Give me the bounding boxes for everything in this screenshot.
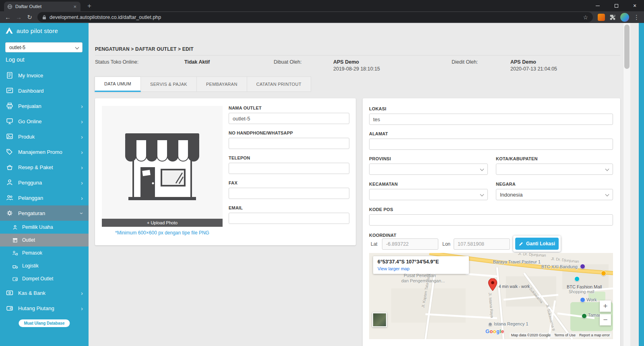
poi-shopping-icon[interactable] [601,271,606,276]
window-minimize-button[interactable] [588,0,607,11]
report-map-error-link[interactable]: Report a map error [579,333,610,337]
tab-catatan-printout[interactable]: CATATAN PRINTOUT [247,77,311,92]
monitor-icon [6,117,14,125]
nama-outlet-input[interactable] [229,113,349,124]
browser-tab[interactable]: Daftar Outlet × [4,2,80,11]
poi-label-baraya: Baraya Travel Pasteur 1 [493,259,541,264]
window-close-button[interactable]: × [625,0,644,11]
chevron-right-icon: › [81,118,83,124]
kota-select[interactable] [496,164,613,175]
puzzle-extensions-icon[interactable] [609,14,616,21]
kode-pos-input[interactable] [369,214,613,226]
poi-hotel-icon[interactable] [574,276,580,282]
lock-icon [42,15,46,20]
zoom-out-button[interactable]: − [600,314,611,325]
ganti-lokasi-button[interactable]: Ganti Lokasi [515,238,559,250]
kecamatan-select[interactable] [369,189,488,200]
outlet-select[interactable]: outlet-5 [5,42,83,52]
poi-cinema-icon[interactable] [580,264,585,269]
poi-label-puslitbang-2: dan Pengembangan... [401,278,445,283]
poi-pin-icon[interactable] [488,322,492,326]
extension-icon[interactable] [598,14,605,21]
walking-note: 4 min walk - work [499,284,530,289]
terms-of-use-link[interactable]: Terms of Use [554,333,576,337]
tab-data-umum[interactable]: DATA UMUM [95,77,141,92]
sidebar-item-pengaturan[interactable]: Pengaturan › [0,205,89,221]
sidebar-item-manajemen-promo[interactable]: Manajemen Promo › [0,144,89,160]
sidebar-item-label: Pelanggan [18,195,43,201]
logout-link[interactable]: Log out [6,56,25,63]
sidebar-item-label: Pengguna [18,180,42,186]
alamat-input[interactable] [369,139,613,150]
sidebar-item-kas-bank[interactable]: Kas & Bank › [0,285,89,300]
sidebar-item-label: Kas & Bank [18,290,45,296]
outlet-photo [102,106,223,227]
telepon-input[interactable] [229,163,349,174]
email-label: EMAIL [229,205,349,210]
map-data-credit: Map data ©2020 Google [511,333,551,337]
zoom-in-button[interactable]: + [600,300,611,312]
reload-button[interactable]: ↻ [24,14,35,21]
new-tab-button[interactable]: + [85,2,94,10]
lat-input[interactable] [382,238,438,250]
page-scrollbar[interactable] [623,23,630,346]
fax-input[interactable] [229,188,349,199]
url-text: development.autopilotstore.co.id/daftar_… [50,15,161,20]
sidebar-item-penjualan[interactable]: Penjualan › [0,98,89,114]
sidebar: auto pilot store outlet-5 Log out My Inv… [0,23,89,346]
profile-avatar[interactable] [620,13,629,22]
map-marker[interactable] [488,278,497,291]
url-bar[interactable]: development.autopilotstore.co.id/daftar_… [37,12,593,22]
poi-park-icon[interactable] [582,313,587,319]
tab-close-icon[interactable]: × [72,4,77,10]
lokasi-input[interactable] [369,114,613,125]
email-input[interactable] [229,213,349,224]
forward-button[interactable]: → [13,14,24,21]
provinsi-label: PROVINSI [369,156,488,161]
handphone-input[interactable] [229,138,349,149]
reload-database-button[interactable]: Muat Ulang Database [19,319,70,327]
telepon-label: TELEPON [229,155,349,160]
bookmark-star-icon[interactable]: ☆ [583,14,588,21]
poi-work-icon[interactable] [580,297,585,302]
window-maximize-button[interactable] [607,0,625,11]
created-by-time: 2019-08-29 18:10:15 [333,66,380,72]
chevron-right-icon: › [81,195,83,201]
kecamatan-label: KECAMATAN [369,182,488,186]
chevron-down-icon [480,167,484,171]
provinsi-select[interactable] [369,164,488,175]
sidebar-subitem-outlet[interactable]: Outlet [0,234,89,247]
outlet-profile-card: + Upload Photo *Minimum 600×600 px denga… [95,98,356,245]
google-map[interactable]: Jl. Dr. Djunjunan Jl. Dr. Djunjunan Jl. … [369,253,613,339]
sidebar-item-dashboard[interactable]: Dashboard [0,83,89,98]
sidebar-item-label: Resep & Paket [18,164,53,170]
sidebar-item-produk[interactable]: Produk › [0,129,89,144]
sidebar-item-my-invoice[interactable]: My Invoice [0,68,89,83]
satellite-view-toggle[interactable] [372,313,387,327]
back-button[interactable]: ← [2,14,13,21]
sidebar-item-pelanggan[interactable]: Pelanggan › [0,190,89,205]
sidebar-item-resep-paket[interactable]: Resep & Paket › [0,160,89,175]
sidebar-subitem-dompet-outlet[interactable]: Dompet Outlet [0,272,89,285]
tab-servis-pajak[interactable]: SERVIS & PAJAK [141,77,197,92]
sidebar-subitem-pemasok[interactable]: Pemasok [0,247,89,259]
google-logo: Google [485,328,504,334]
fax-label: FAX [229,180,349,185]
negara-select[interactable]: Indonesia [496,189,613,200]
sidebar-item-hutang-piutang[interactable]: Hutang Piutang › [0,300,89,316]
lon-input[interactable] [454,238,510,250]
sidebar-subitem-logistik[interactable]: Logistik [0,259,89,272]
window-controls: × [588,0,644,11]
scrollbar-thumb[interactable] [624,25,630,69]
browser-tab-strip: Daftar Outlet × + × [0,0,644,11]
status-toko-label: Status Toko Online: [95,59,138,65]
sidebar-item-go-online[interactable]: Go Online › [0,114,89,129]
browser-menu-icon[interactable]: ⋮ [634,14,639,21]
sidebar-item-pengguna[interactable]: Pengguna › [0,175,89,190]
view-larger-map-link[interactable]: View larger map [378,266,464,271]
map-info-window: 6°53'37.4"S 107°34'54.9"E View larger ma… [373,256,469,274]
tab-pembayaran[interactable]: PEMBAYARAN [197,77,247,92]
basket-icon [6,163,14,171]
upload-photo-button[interactable]: + Upload Photo [102,219,223,227]
sidebar-subitem-pemilik-usaha[interactable]: Pemilik Usaha [0,221,89,234]
